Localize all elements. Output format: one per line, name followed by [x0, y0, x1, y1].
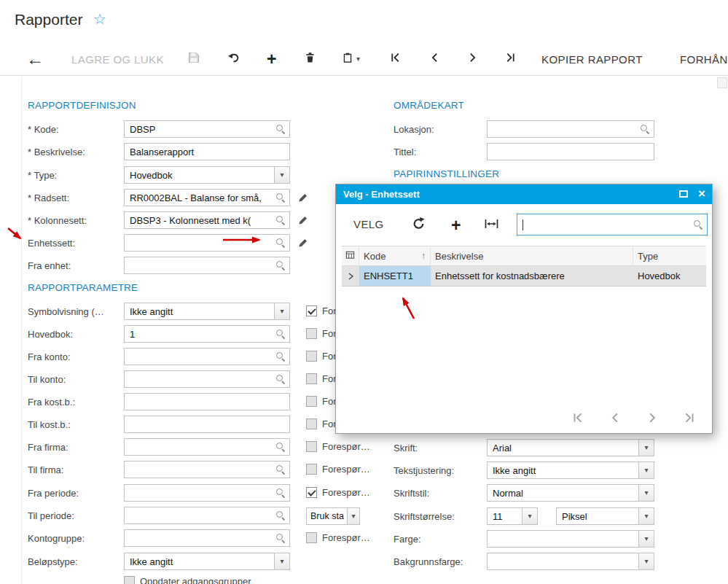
scrollbar-up-button[interactable] — [717, 77, 727, 88]
checkbox[interactable] — [306, 351, 317, 362]
search-icon[interactable] — [693, 219, 704, 230]
til-firma-input[interactable] — [124, 461, 290, 478]
clipboard-menu-button[interactable]: ▾ — [343, 52, 360, 66]
select-button[interactable]: VELG — [353, 218, 384, 230]
dialog-search-box[interactable] — [517, 214, 708, 235]
til-kostb-input[interactable] — [124, 416, 290, 433]
til-konto-input[interactable] — [124, 370, 290, 388]
search-icon[interactable] — [640, 124, 651, 135]
edit-pencil-icon[interactable] — [298, 238, 308, 248]
undo-button[interactable] — [227, 52, 240, 66]
nav-next-icon[interactable] — [646, 411, 659, 424]
fra-firma-input[interactable] — [124, 438, 290, 456]
add-record-button[interactable]: + — [267, 50, 276, 67]
fra-konto-input[interactable] — [124, 348, 290, 365]
checkbox[interactable] — [306, 441, 317, 452]
bakgrunnsfarge-dropdown[interactable]: ▾ — [487, 553, 654, 570]
til-periode-input[interactable] — [124, 507, 290, 524]
edit-pencil-icon[interactable] — [298, 216, 308, 225]
chevron-down-icon[interactable]: ▾ — [638, 462, 654, 478]
chevron-down-icon[interactable]: ▾ — [522, 508, 537, 524]
search-icon[interactable] — [275, 192, 286, 203]
nav-prev-icon[interactable] — [608, 411, 622, 424]
lokasjon-input[interactable] — [487, 120, 654, 138]
checkbox[interactable] — [306, 464, 317, 475]
search-icon[interactable] — [275, 351, 286, 362]
checkbox[interactable] — [306, 396, 317, 407]
checkbox[interactable] — [306, 305, 317, 316]
search-icon[interactable] — [275, 442, 286, 453]
back-button[interactable]: ← — [26, 50, 44, 68]
enhetssett-input[interactable] — [124, 234, 290, 252]
add-row-button[interactable]: + — [451, 217, 461, 233]
beskrivelse-input[interactable]: Balanserapport — [124, 143, 290, 160]
chevron-down-icon[interactable]: ▾ — [274, 553, 289, 569]
column-header-kode[interactable]: Kode↑ — [359, 246, 431, 265]
symbolvisning-dropdown[interactable]: Ikke angitt▾ — [124, 303, 290, 320]
kolonnesett-input[interactable]: DBSP3 - Kolonnesett med k( — [124, 211, 290, 229]
chevron-down-icon[interactable]: ▾ — [638, 553, 654, 569]
search-icon[interactable] — [275, 464, 286, 475]
skriftstil-dropdown[interactable]: Normal▾ — [487, 484, 654, 502]
search-icon[interactable] — [275, 215, 286, 226]
delete-button[interactable] — [305, 52, 316, 66]
skrift-dropdown[interactable]: Arial▾ — [487, 439, 654, 456]
dialog-titlebar[interactable]: Velg - Enhetssett — [336, 184, 712, 204]
kode-input[interactable]: DBSP — [124, 120, 290, 138]
type-dropdown[interactable]: Hovedbok▾ — [124, 166, 290, 184]
checkbox[interactable] — [124, 576, 135, 584]
maximize-icon[interactable] — [679, 190, 688, 198]
hovedbok-input[interactable]: 1 — [124, 325, 290, 343]
nav-last-button[interactable] — [504, 51, 517, 66]
checkbox[interactable] — [306, 487, 317, 498]
fra-periode-input[interactable] — [124, 484, 290, 502]
save-button[interactable] — [188, 52, 200, 66]
chevron-down-icon[interactable]: ▾ — [638, 531, 654, 547]
chevron-down-icon[interactable]: ▾ — [638, 485, 654, 501]
row-expand-icon[interactable] — [342, 266, 359, 286]
copy-report-button[interactable]: KOPIER RAPPORT — [541, 52, 643, 65]
close-icon[interactable]: × — [698, 187, 705, 201]
search-icon[interactable] — [275, 260, 286, 271]
checkbox[interactable] — [306, 532, 317, 543]
search-icon[interactable] — [275, 124, 286, 135]
chevron-down-icon[interactable]: ▾ — [274, 303, 289, 319]
farge-dropdown[interactable]: ▾ — [487, 530, 654, 548]
fra-enhet-input[interactable] — [124, 257, 290, 274]
chevron-down-icon[interactable]: ▾ — [347, 508, 359, 524]
chevron-down-icon[interactable]: ▾ — [638, 440, 654, 456]
search-icon[interactable] — [275, 510, 286, 521]
favorite-star-icon[interactable]: ☆ — [93, 12, 106, 26]
grid-cell-beskrivelse[interactable]: Enhetssett for kostnadsbærere — [431, 266, 633, 286]
save-and-close-button[interactable]: LAGRE OG LUKK — [71, 52, 164, 65]
nav-prev-button[interactable] — [428, 51, 441, 66]
search-icon[interactable] — [275, 329, 286, 340]
search-input[interactable] — [517, 214, 693, 235]
grid-row-enhsett1-kode[interactable]: ENHSETT1 — [359, 266, 431, 286]
grid-row-enhsett1[interactable]: ENHSETT1 Enhetssett for kostnadsbærere H… — [342, 266, 706, 287]
search-icon[interactable] — [275, 533, 286, 544]
edit-pencil-icon[interactable] — [298, 193, 308, 203]
nav-next-button[interactable] — [466, 51, 479, 66]
enhetssett-lookup-icon[interactable] — [275, 238, 286, 249]
nav-first-icon[interactable] — [571, 411, 584, 424]
search-icon[interactable] — [275, 488, 286, 499]
chevron-down-icon[interactable]: ▾ — [274, 167, 289, 183]
checkbox[interactable] — [306, 328, 317, 339]
grid-cell-type[interactable]: Hovedbok — [633, 266, 706, 286]
checkbox[interactable] — [306, 373, 317, 384]
tittel-input[interactable] — [487, 143, 654, 160]
search-icon[interactable] — [275, 374, 286, 385]
radsett-input[interactable]: RR0002BAL - Balanse for små, — [124, 189, 290, 206]
bruk-standard-dropdown[interactable]: Bruk sta ▾ — [306, 507, 360, 525]
chevron-down-icon[interactable]: ▾ — [638, 508, 654, 524]
skriftstorrelse-dropdown[interactable]: 11▾ — [487, 507, 538, 525]
column-header-type[interactable]: Type — [633, 246, 706, 265]
nav-last-icon[interactable] — [683, 411, 696, 424]
skriftstorrelse-enhet-dropdown[interactable]: Piksel▾ — [556, 507, 654, 525]
grid-settings-button[interactable] — [342, 246, 359, 265]
kontogruppe-input[interactable] — [124, 529, 290, 547]
column-header-beskrivelse[interactable]: Beskrivelse — [431, 246, 633, 265]
fra-kostb-input[interactable] — [124, 393, 290, 410]
nav-first-button[interactable] — [389, 51, 402, 66]
